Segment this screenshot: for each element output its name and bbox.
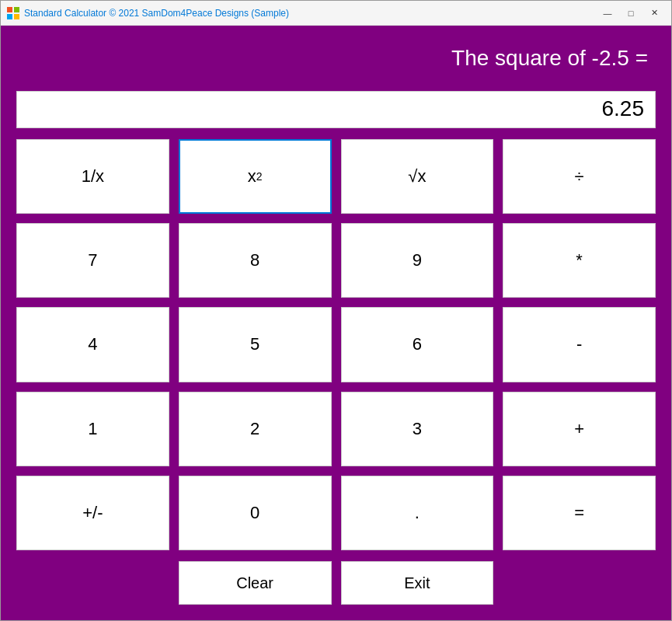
exit-button[interactable]: Exit [341, 561, 494, 605]
title-bar: Standard Calculator © 2021 SamDom4Peace … [1, 1, 671, 26]
close-button[interactable]: ✕ [643, 5, 665, 22]
negate-button[interactable]: +/- [16, 476, 169, 550]
two-button[interactable]: 2 [179, 392, 332, 466]
svg-rect-0 [7, 7, 12, 12]
sample-label: (Sample) [251, 8, 289, 19]
minimize-button[interactable]: — [597, 5, 618, 22]
subtract-button[interactable]: - [503, 307, 656, 382]
svg-rect-3 [14, 14, 19, 19]
calculator-body: The square of -2.5 = 6.25 1/x x2 √x ÷ 7 … [1, 26, 671, 620]
square-button[interactable]: x2 [179, 139, 332, 214]
equals-button[interactable]: = [503, 476, 656, 550]
three-button[interactable]: 3 [341, 392, 494, 466]
six-button[interactable]: 6 [341, 307, 494, 382]
four-button[interactable]: 4 [16, 307, 169, 382]
app-name: Standard Calculator © 2021 SamDom4Peace … [24, 8, 251, 19]
seven-button[interactable]: 7 [16, 223, 169, 298]
zero-button[interactable]: 0 [179, 476, 332, 550]
result-display: 6.25 [16, 91, 656, 128]
sqrt-button[interactable]: √x [341, 139, 494, 214]
nine-button[interactable]: 9 [341, 223, 494, 298]
app-window: Standard Calculator © 2021 SamDom4Peace … [0, 0, 672, 621]
window-controls: — □ ✕ [597, 5, 665, 22]
reciprocal-button[interactable]: 1/x [16, 139, 169, 214]
add-button[interactable]: + [503, 392, 656, 466]
button-grid: 1/x x2 √x ÷ 7 8 9 * 4 5 6 - 1 2 3 + +/- … [16, 139, 656, 550]
bottom-row: Clear Exit [16, 561, 656, 605]
bottom-spacer-left [16, 561, 169, 605]
five-button[interactable]: 5 [179, 307, 332, 382]
multiply-button[interactable]: * [503, 223, 656, 298]
svg-rect-2 [7, 14, 12, 19]
decimal-button[interactable]: . [341, 476, 494, 550]
divide-button[interactable]: ÷ [503, 139, 656, 214]
windows-logo-icon [7, 7, 19, 19]
clear-button[interactable]: Clear [179, 561, 332, 605]
equation-display: The square of -2.5 = [16, 41, 656, 80]
maximize-button[interactable]: □ [620, 5, 642, 22]
svg-rect-1 [14, 7, 19, 12]
one-button[interactable]: 1 [16, 392, 169, 466]
title-bar-text: Standard Calculator © 2021 SamDom4Peace … [24, 8, 597, 19]
eight-button[interactable]: 8 [179, 223, 332, 298]
bottom-spacer-right [503, 561, 656, 605]
